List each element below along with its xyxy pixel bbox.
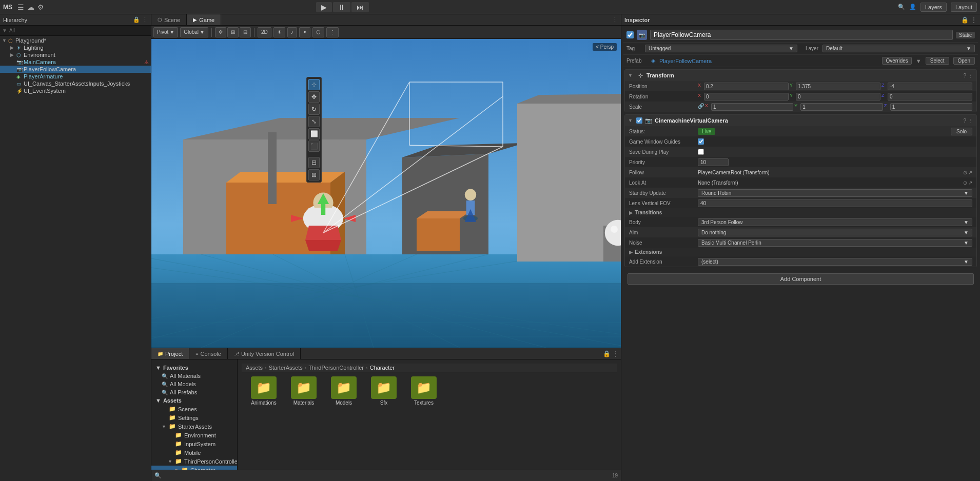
go-active-checkbox[interactable] (626, 31, 634, 38)
all-materials-item[interactable]: 🔍 All Materials (151, 372, 237, 380)
select-prefab-button[interactable]: Select (926, 57, 949, 65)
play-button[interactable]: ▶ (316, 2, 332, 12)
aim-dropdown[interactable]: Do nothing ▼ (698, 229, 972, 236)
cloud-icon[interactable]: ☁ (27, 3, 34, 11)
sidebar-inputsystem[interactable]: 📁 InputSystem (151, 439, 237, 448)
tree-item-uieventsystem[interactable]: ⚡ UI_EventSystem (0, 87, 151, 94)
select-tool[interactable]: ⊹ (308, 79, 320, 90)
folder-models[interactable]: 📁 Models (326, 376, 362, 406)
bc-thirdperson[interactable]: ThirdPersonController (308, 365, 364, 371)
pos-x-input[interactable] (704, 83, 789, 90)
project-more-icon[interactable]: ⋮ (613, 350, 619, 357)
standby-update-dropdown[interactable]: Round Robin ▼ (698, 189, 972, 197)
fx-toggle[interactable]: ✦ (299, 27, 310, 37)
transitions-section-header[interactable]: ▶ Transitions (625, 208, 976, 217)
pause-button[interactable]: ⏸ (333, 2, 350, 12)
save-during-play-checkbox[interactable] (698, 149, 704, 155)
look-at-dot-icon[interactable]: ⊙ (963, 180, 967, 186)
bc-starterassets[interactable]: StarterAssets (269, 365, 303, 371)
tab-game[interactable]: ▶ Game (187, 14, 221, 25)
menu-icon[interactable]: ☰ (17, 3, 24, 11)
rot-y-input[interactable] (796, 93, 880, 101)
scene-gizmos[interactable]: ⬡ (312, 27, 324, 37)
all-models-item[interactable]: 🔍 All Models (151, 380, 237, 388)
transform-help-icon[interactable]: ? (963, 73, 966, 78)
all-prefabs-item[interactable]: 🔍 All Prefabs (151, 388, 237, 396)
rot-z-input[interactable] (888, 93, 972, 101)
scene-options[interactable]: ⋮ (326, 27, 339, 37)
sidebar-thirdperson[interactable]: ▼ 📁 ThirdPersonController (151, 457, 237, 466)
grid-tool[interactable]: ⊞ (227, 27, 239, 37)
add-component-button[interactable]: Add Component (628, 273, 974, 285)
audio-toggle[interactable]: ♪ (287, 27, 297, 37)
settings-icon[interactable]: ⚙ (37, 3, 44, 11)
tree-item-maincamera[interactable]: 📷 MainCamera ⚠ (0, 58, 151, 66)
2d-button[interactable]: 2D (258, 27, 271, 37)
transform-tool-btn[interactable]: ⬛ (308, 141, 320, 152)
lock-icon[interactable]: 🔒 (133, 16, 140, 23)
sidebar-settings[interactable]: 📁 Settings (151, 413, 237, 422)
tab-console[interactable]: ≡ Console (189, 348, 228, 359)
search-icon[interactable]: 🔍 (898, 4, 905, 10)
tree-item-playerarmature[interactable]: ◈ PlayerArmature (0, 73, 151, 80)
transform-header[interactable]: ▼ ⊹ Transform ? ⋮ (625, 70, 976, 81)
pos-z-input[interactable] (888, 83, 972, 90)
scale-z-input[interactable] (890, 103, 972, 111)
project-lock-icon[interactable]: 🔒 (603, 350, 611, 357)
go-name-input[interactable] (650, 30, 953, 40)
lens-fov-input[interactable] (698, 199, 972, 207)
follow-dot-icon[interactable]: ⊙ (963, 170, 967, 175)
bc-assets[interactable]: Assets (246, 365, 263, 371)
lighting-toggle[interactable]: ☀ (273, 27, 285, 37)
pos-y-input[interactable] (796, 83, 880, 90)
sidebar-mobile[interactable]: 📁 Mobile (151, 448, 237, 457)
tree-item-playerfollow[interactable]: 📷 PlayerFollowCamera (0, 66, 151, 73)
rotate-tool-btn[interactable]: ↻ (308, 104, 320, 115)
tab-scene[interactable]: ⬡ Scene (151, 14, 187, 25)
solo-button[interactable]: Solo (951, 128, 972, 135)
game-window-guides-checkbox[interactable] (698, 138, 704, 145)
sidebar-scenes[interactable]: 📁 Scenes (151, 405, 237, 413)
global-button[interactable]: Global ▼ (180, 27, 208, 37)
favorites-section[interactable]: ▼ Favorites (151, 364, 237, 372)
cinemachine-active-checkbox[interactable] (636, 117, 642, 124)
body-dropdown[interactable]: 3rd Person Follow ▼ (698, 218, 972, 226)
rect-tool-btn[interactable]: ⬜ (308, 128, 320, 139)
folder-textures[interactable]: 📁 Textures (406, 376, 442, 406)
add-extension-dropdown[interactable]: (select) ▼ (698, 258, 972, 266)
tab-project[interactable]: 📁 Project (151, 348, 189, 359)
cinemachine-settings-icon[interactable]: ⋮ (968, 118, 973, 124)
cinemachine-help-icon[interactable]: ? (963, 118, 966, 124)
layout-button[interactable]: Layout (951, 3, 977, 12)
tree-item-uicanvas[interactable]: ▭ UI_Canvas_StarterAssetsInputs_Joystick… (0, 80, 151, 87)
more-icon[interactable]: ⋮ (142, 16, 148, 23)
transform-settings-icon[interactable]: ⋮ (968, 73, 973, 78)
scale-y-input[interactable] (800, 103, 883, 111)
scale-tool-btn[interactable]: ⤡ (308, 116, 320, 127)
move-tool-btn[interactable]: ✥ (308, 91, 320, 103)
tree-item-lighting[interactable]: ▶ ☀ Lighting (0, 44, 151, 51)
custom-tool-2[interactable]: ⊞ (308, 169, 320, 181)
scene-viewport[interactable]: ⊹ ✥ ↻ ⤡ ⬜ ⬛ ⊟ ⊞ < Persp (151, 39, 621, 348)
rot-x-input[interactable] (704, 93, 789, 101)
tree-item-environment[interactable]: ▶ ⬡ Environment (0, 51, 151, 58)
tree-item-playground[interactable]: ▼ ⬡ Playground* (0, 37, 151, 44)
folder-sfx[interactable]: 📁 Sfx (366, 376, 402, 406)
more-icon-inspector[interactable]: ⋮ (971, 16, 977, 24)
open-prefab-button[interactable]: Open (953, 57, 975, 65)
tag-dropdown[interactable]: Untagged ▼ (645, 45, 797, 52)
cinemachine-header[interactable]: ▼ 📷 CinemachineVirtualCamera ? ⋮ (625, 115, 976, 126)
account-icon[interactable]: 👤 (909, 4, 916, 10)
assets-section[interactable]: ▼ Assets (151, 396, 237, 405)
pivot-button[interactable]: Pivot ▼ (153, 27, 178, 37)
layers-button[interactable]: Layers (920, 3, 947, 12)
step-button[interactable]: ⏭ (351, 2, 369, 12)
sidebar-character[interactable]: ▼ 📁 Character (151, 466, 237, 470)
overrides-button[interactable]: Overrides (882, 57, 911, 65)
snap-tool[interactable]: ⊟ (240, 27, 251, 37)
priority-input[interactable] (698, 158, 729, 166)
sidebar-starterassets[interactable]: ▼ 📁 StarterAssets (151, 422, 237, 431)
layer-dropdown[interactable]: Default ▼ (822, 45, 975, 52)
folder-animations[interactable]: 📁 Animations (246, 376, 282, 406)
folder-materials[interactable]: 📁 Materials (286, 376, 322, 406)
